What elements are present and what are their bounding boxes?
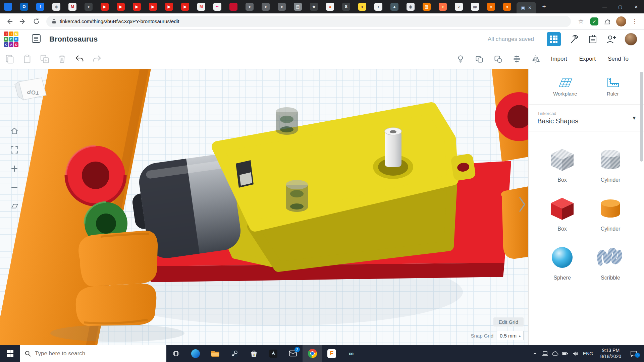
fit-view-icon[interactable]	[9, 144, 20, 156]
undo-button[interactable]	[74, 54, 85, 64]
blocks-view-button[interactable]	[547, 32, 561, 46]
hole-cylinder-upper[interactable]	[276, 107, 298, 135]
tab-u-app[interactable]: u	[326, 3, 334, 11]
tab-m-docs[interactable]: M	[68, 3, 76, 11]
tab-orange-fox[interactable]: ●	[439, 3, 447, 11]
tab-youtube-4[interactable]: ▶	[149, 3, 157, 11]
tab-gmail[interactable]: M	[197, 3, 205, 11]
group-icon[interactable]	[475, 54, 484, 64]
store-button[interactable]	[244, 345, 264, 362]
orange-foot-lower[interactable]	[76, 284, 157, 326]
cloud-tray-icon[interactable]	[550, 351, 560, 357]
shape-hole-box[interactable]: Box	[548, 145, 576, 183]
volume-tray-icon[interactable]	[570, 351, 580, 357]
user-avatar[interactable]	[625, 33, 637, 46]
copy-button[interactable]	[5, 54, 15, 64]
shape-hole-cylinder[interactable]: Cylinder	[596, 145, 625, 183]
tab-facebook[interactable]: f	[36, 3, 44, 11]
workplane-tool[interactable]: Workplane	[553, 77, 577, 97]
tab-orange-profile-2[interactable]: ●	[503, 3, 511, 11]
f-app-button[interactable]: F	[322, 345, 341, 362]
tab-profile-1[interactable]: ●	[246, 3, 254, 11]
tab-youtube-3[interactable]: ▶	[133, 3, 141, 11]
search-input[interactable]	[35, 350, 146, 357]
tab-youtube-5[interactable]: ▶	[165, 3, 173, 11]
tab-profile-2[interactable]: ●	[262, 3, 270, 11]
tab-piano-1[interactable]: ♪	[374, 3, 382, 11]
tab-star-app[interactable]: ★	[310, 3, 318, 11]
tab-doc-app[interactable]: ▤	[294, 3, 302, 11]
taskbar-clock[interactable]: 9:13 PM 8/18/2020	[596, 348, 626, 359]
tab-orange-grid[interactable]: ▦	[423, 3, 431, 11]
hole-cylinder-lower[interactable]	[286, 180, 308, 212]
edge-button[interactable]	[186, 345, 205, 362]
tab-profile-3[interactable]: ●	[278, 3, 286, 11]
address-bar[interactable]: tinkercad.com/things/b6BfwcXqxPY-brontos…	[46, 16, 571, 27]
shape-orange-cylinder[interactable]: Cylinder	[596, 194, 625, 232]
shape-scribble[interactable]: Scribble	[596, 243, 625, 281]
zoom-in-icon[interactable]	[9, 163, 20, 174]
ruler-tool[interactable]: Ruler	[606, 77, 620, 97]
edit-grid-button[interactable]: Edit Grid	[493, 317, 524, 326]
file-explorer-button[interactable]	[205, 345, 225, 362]
taskbar-search[interactable]	[20, 345, 166, 362]
tab-dark-disc[interactable]: ●	[85, 3, 93, 11]
notebook-icon[interactable]	[588, 34, 598, 44]
snap-grid-select[interactable]: 0.5 mm ▴	[497, 331, 524, 340]
duplicate-button[interactable]	[40, 54, 50, 64]
menu-kebab-icon[interactable]: ⋮	[628, 15, 641, 28]
tab-outlook[interactable]: O	[20, 3, 28, 11]
reload-button[interactable]	[30, 15, 43, 28]
orange-bracket-right[interactable]	[501, 186, 528, 259]
sendto-button[interactable]: Send To	[606, 54, 630, 64]
gearbox-screw-tab[interactable]	[450, 153, 476, 181]
export-button[interactable]: Export	[578, 54, 597, 64]
tinkercad-logo[interactable]: TINKERCAD	[4, 32, 18, 47]
back-button[interactable]	[3, 15, 16, 28]
tab-piano-2[interactable]: ♪	[455, 3, 463, 11]
battery-tray-icon[interactable]	[560, 351, 570, 356]
tab-blue-app[interactable]	[4, 3, 12, 11]
steam-button[interactable]	[225, 345, 244, 362]
paste-button[interactable]	[22, 54, 32, 64]
minimize-button[interactable]: —	[597, 0, 612, 13]
new-tab-button[interactable]: +	[539, 2, 549, 11]
laptop-tray-icon[interactable]	[540, 351, 550, 357]
task-view-button[interactable]	[166, 345, 186, 362]
extension-check-icon[interactable]: ✓	[588, 15, 601, 28]
design-menu-icon[interactable]	[31, 34, 41, 45]
pickaxe-icon[interactable]	[569, 34, 580, 45]
tray-expand-chevron[interactable]	[530, 351, 540, 356]
redo-button[interactable]	[92, 54, 102, 64]
tab-flickr[interactable]: ••	[213, 3, 221, 11]
invite-person-icon[interactable]	[606, 34, 616, 44]
import-button[interactable]: Import	[550, 54, 569, 64]
start-button[interactable]	[0, 345, 20, 362]
adjust-lightbulb-icon[interactable]	[456, 54, 465, 64]
shape-library-dropdown[interactable]: Tinkercad Basic Shapes ▼	[529, 105, 644, 131]
orange-beam-top-right[interactable]	[492, 69, 528, 162]
close-button[interactable]: ✕	[628, 0, 644, 13]
tab-orange-profile-1[interactable]: ●	[487, 3, 495, 11]
tab-close-icon[interactable]: ✕	[528, 5, 532, 10]
mirror-icon[interactable]	[531, 54, 540, 64]
tab-s-app[interactable]: S	[342, 3, 350, 11]
3d-viewport[interactable]: TOP Edit Grid Snap Gr	[0, 69, 528, 345]
action-center-button[interactable]: 3	[626, 350, 641, 357]
tab-youtube-1[interactable]: ▶	[101, 3, 109, 11]
active-tab[interactable]: ▣ ✕	[517, 2, 536, 13]
tab-globe-app[interactable]: ◉	[407, 3, 415, 11]
chrome-button[interactable]	[303, 345, 322, 362]
tab-light-app[interactable]: ◆	[52, 3, 60, 11]
home-view-icon[interactable]	[9, 125, 20, 137]
align-icon[interactable]	[512, 54, 522, 64]
ungroup-icon[interactable]	[493, 54, 503, 64]
infinity-app-button[interactable]: ∞	[341, 345, 361, 362]
panel-scrollbar[interactable]	[640, 72, 643, 162]
tab-yellow-disc[interactable]: ●	[358, 3, 366, 11]
maximize-button[interactable]: ▢	[612, 0, 628, 13]
forward-button[interactable]	[16, 15, 30, 28]
red-washer[interactable]	[66, 146, 125, 205]
flat-view-icon[interactable]	[9, 200, 20, 212]
delete-button[interactable]	[57, 54, 67, 64]
